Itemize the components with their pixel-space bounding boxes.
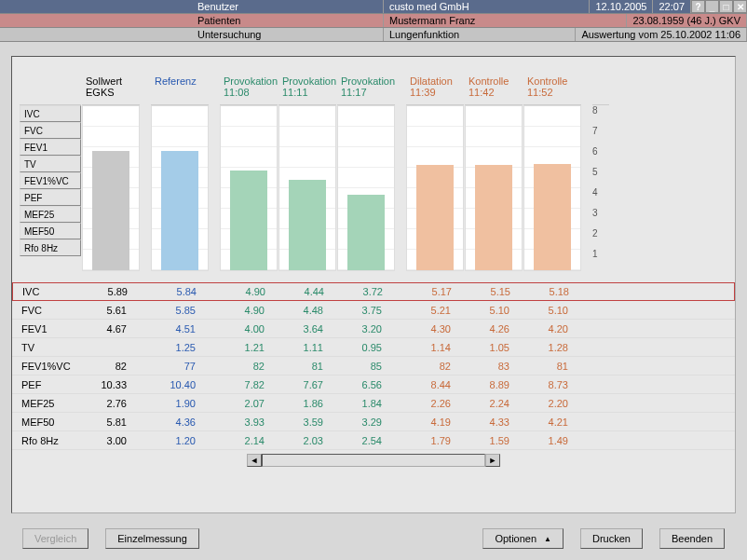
header-patienten-info: 23.08.1959 (46 J.) GKV (627, 14, 747, 27)
einzelmessung-button[interactable]: Einzelmessung (105, 528, 199, 549)
bar-ref (161, 151, 198, 270)
cell-p1: 7.82 (212, 379, 270, 390)
close-icon[interactable]: ✕ (733, 0, 747, 13)
bar-k1 (475, 165, 512, 270)
cell-d1: 4.19 (399, 417, 456, 428)
col-header-dil[interactable]: Dilatation11:39 (406, 74, 464, 105)
param-button-fev1%vc[interactable]: FEV1%VC (20, 172, 81, 189)
row-label: Rfo 8Hz (12, 435, 74, 446)
cell-p2: 3.64 (271, 323, 329, 335)
optionen-button[interactable]: Optionen▲ (482, 528, 564, 549)
chart-k1 (465, 105, 523, 271)
cell-p2: 3.59 (271, 417, 329, 428)
cell-k2: 4.21 (516, 417, 574, 428)
cell-p3: 3.29 (330, 417, 387, 428)
cell-d1: 82 (399, 361, 456, 372)
cell-k1: 1.59 (457, 435, 515, 446)
cell-p3: 0.95 (330, 342, 387, 353)
cell-p3: 3.20 (330, 323, 387, 335)
cell-p3: 1.84 (330, 398, 387, 409)
cell-d1: 4.30 (399, 323, 456, 335)
param-button-fvc[interactable]: FVC (20, 122, 81, 139)
table-row[interactable]: IVC5.895.844.904.443.725.175.155.18 (12, 282, 735, 301)
table-row[interactable]: FEV14.674.514.003.643.204.304.264.20 (12, 320, 735, 338)
cell-soll: 4.67 (75, 323, 132, 335)
col-header-k2[interactable]: Kontrolle11:52 (523, 74, 581, 105)
cell-k2: 8.73 (516, 379, 574, 390)
table-row[interactable]: MEF505.814.363.933.593.294.194.334.21 (12, 413, 735, 431)
vergleich-button: Vergleich (22, 528, 88, 549)
table-row[interactable]: FVC5.615.854.904.483.755.215.105.10 (12, 301, 735, 320)
data-table: IVC5.895.844.904.443.725.175.155.18FVC5.… (12, 282, 735, 450)
help-icon[interactable]: ? (691, 0, 705, 13)
minimize-icon[interactable]: _ (705, 0, 719, 13)
chart-p3 (337, 105, 395, 271)
chart-p1 (220, 105, 278, 271)
param-button-pef[interactable]: PEF (20, 189, 81, 206)
footer: Vergleich Einzelmessung Optionen▲ Drucke… (22, 528, 725, 549)
row-label: PEF (12, 379, 74, 390)
table-row[interactable]: MEF252.761.902.071.861.842.262.242.20 (12, 394, 735, 413)
cell-ref: 1.20 (143, 435, 201, 446)
y-tick: 1 (592, 249, 609, 269)
scroll-right-icon[interactable]: ► (485, 454, 500, 467)
cell-d1: 5.21 (399, 305, 456, 316)
col-header-referenz[interactable]: Referenz (151, 74, 209, 105)
cell-soll: 10.33 (75, 379, 132, 390)
cell-k1: 83 (457, 361, 515, 372)
param-button-rfo 8hz[interactable]: Rfo 8Hz (20, 239, 81, 256)
row-label: MEF50 (12, 417, 74, 428)
cell-p2: 4.44 (272, 286, 330, 297)
cell-ref: 1.90 (143, 398, 201, 409)
row-label: FEV1 (12, 323, 74, 335)
col-header-k1[interactable]: Kontrolle11:42 (465, 74, 523, 105)
cell-p2: 1.11 (271, 342, 329, 353)
y-tick: 3 (592, 208, 609, 228)
cell-soll: 2.76 (75, 398, 132, 409)
cell-soll: 3.00 (75, 435, 132, 446)
cell-p3: 6.56 (330, 379, 387, 390)
cell-p1: 2.14 (212, 435, 270, 446)
table-row[interactable]: Rfo 8Hz3.001.202.142.032.541.791.591.49 (12, 431, 735, 450)
y-axis: 87654321 (592, 105, 609, 269)
cell-k1: 4.26 (457, 323, 515, 335)
table-row[interactable]: PEF10.3310.407.827.676.568.448.898.73 (12, 376, 735, 394)
cell-ref: 77 (143, 361, 201, 372)
drucken-button[interactable]: Drucken (580, 528, 643, 549)
param-button-mef50[interactable]: MEF50 (20, 223, 81, 239)
y-tick: 8 (592, 105, 609, 126)
chevron-up-icon: ▲ (544, 535, 551, 543)
cell-p1: 1.21 (212, 342, 270, 353)
cell-p2: 81 (271, 361, 329, 372)
cell-p1: 4.90 (212, 305, 270, 316)
param-button-ivc[interactable]: IVC (20, 105, 81, 122)
cell-p1: 2.07 (212, 398, 270, 409)
cell-d1: 1.14 (399, 342, 456, 353)
col-header-sollwert[interactable]: SollwertEGKS (82, 74, 140, 105)
col-header-prov3[interactable]: Provokation11:17 (337, 74, 395, 105)
maximize-icon[interactable]: □ (719, 0, 733, 13)
cell-d1: 5.17 (400, 286, 457, 297)
y-tick: 5 (592, 167, 609, 187)
y-tick: 6 (592, 146, 609, 167)
scroll-left-icon[interactable]: ◄ (247, 454, 262, 467)
cell-d1: 1.79 (399, 435, 456, 446)
y-tick: 4 (592, 187, 609, 208)
param-button-tv[interactable]: TV (20, 156, 81, 172)
header-untersuchung-value: Lungenfunktion (384, 28, 576, 41)
header-patienten-value: Mustermann Franz (384, 14, 627, 27)
table-row[interactable]: TV1.251.211.110.951.141.051.28 (12, 338, 735, 357)
param-button-mef25[interactable]: MEF25 (20, 206, 81, 223)
beenden-button[interactable]: Beenden (659, 528, 725, 549)
col-header-prov1[interactable]: Provokation11:08 (220, 74, 278, 105)
cell-ref: 5.84 (144, 286, 202, 297)
col-header-prov2[interactable]: Provokation11:11 (278, 74, 336, 105)
table-row[interactable]: FEV1%VC8277828185828381 (12, 357, 735, 376)
cell-k1: 4.33 (457, 417, 515, 428)
param-button-fev1[interactable]: FEV1 (20, 139, 81, 156)
cell-p2: 7.67 (271, 379, 329, 390)
cell-k1: 8.89 (457, 379, 515, 390)
cell-ref: 10.40 (143, 379, 201, 390)
scroll-track[interactable] (262, 454, 485, 467)
horizontal-scrollbar[interactable]: ◄ ► (12, 454, 735, 467)
